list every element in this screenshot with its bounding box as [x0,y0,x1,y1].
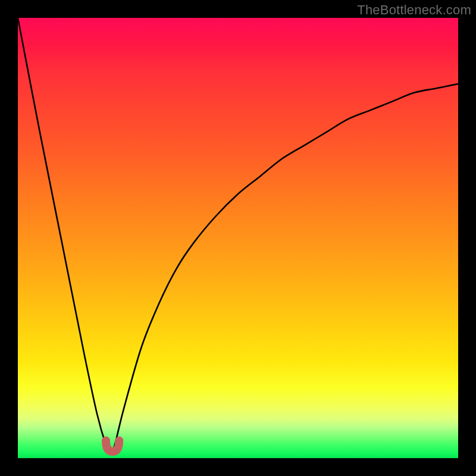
chart-canvas: TheBottleneck.com [0,0,476,476]
optimal-marker [106,440,119,452]
plot-area [18,18,458,458]
curve-layer [18,18,458,458]
bottleneck-curve [18,18,458,454]
attribution-text: TheBottleneck.com [357,2,471,18]
